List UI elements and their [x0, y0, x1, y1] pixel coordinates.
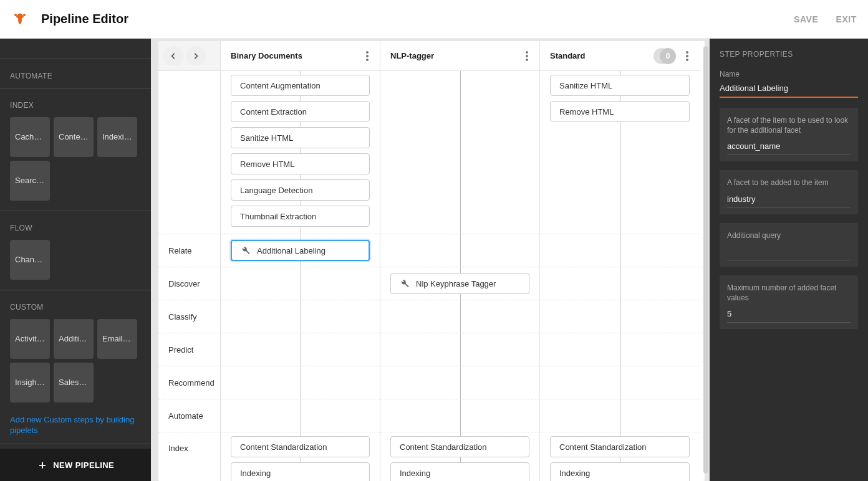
- workflow-row-index: Content StandardizationIndexing: [540, 432, 700, 481]
- workflow-row-relate: Additional Labeling: [221, 234, 380, 267]
- pipeline-step[interactable]: Additional Labeling: [231, 240, 370, 261]
- pipeline-step[interactable]: Sanitize HTML: [550, 75, 690, 96]
- workflow-row-automate: [221, 399, 380, 432]
- pipeline-step[interactable]: Sanitize HTML: [231, 127, 370, 148]
- chevron-right-icon: [191, 52, 200, 60]
- wrench-icon: [400, 279, 410, 288]
- chip-search-tagging[interactable]: Search Tagging and…: [10, 161, 50, 201]
- pipeline-step[interactable]: Remove HTML: [550, 101, 690, 122]
- workflow-title: NLP-tagger: [390, 51, 521, 60]
- svg-point-7: [526, 59, 528, 61]
- chip-content-standardization[interactable]: Content Standardization: [54, 117, 94, 157]
- workflow-badge: 0: [660, 48, 676, 64]
- chip-insights-generator[interactable]: Insights Generator: [10, 363, 50, 402]
- props-field-input[interactable]: [727, 245, 851, 260]
- row-label-automate: Automate: [158, 399, 220, 432]
- svg-point-4: [366, 59, 369, 61]
- row-label-discover: Discover: [158, 267, 220, 300]
- chip-cache-cleaning[interactable]: Cache Cleaning: [10, 117, 50, 157]
- sidebar-chips-index: Cache Cleaning Content Standardization I…: [0, 117, 151, 211]
- pipeline-step[interactable]: Indexing: [231, 462, 370, 481]
- pipeline-step[interactable]: Content Standardization: [550, 436, 690, 457]
- properties-panel: STEP PROPERTIES Name A facet of the item…: [710, 39, 868, 481]
- chip-change-pipeline[interactable]: Change Pipeline: [10, 240, 50, 280]
- workflow-title: Binary Documents: [231, 51, 361, 60]
- workflow-header: NLP-tagger: [380, 41, 539, 71]
- workflow-row-predict: [380, 333, 539, 366]
- props-field-label: A facet to be added to the item: [727, 178, 851, 188]
- row-label-classify: Classify: [158, 300, 220, 333]
- pipeline-step[interactable]: Thumbnail Extraction: [231, 206, 370, 227]
- workflow-body: Sanitize HTMLRemove HTMLContent Standard…: [540, 71, 700, 481]
- pipeline-step[interactable]: Nlp Keyphrase Tagger: [390, 273, 529, 294]
- workflow-row-recommend: [380, 366, 539, 399]
- workflow-row-index: Content StandardizationIndexing: [380, 432, 539, 481]
- workflow-row-recommend: [221, 366, 380, 399]
- workflow-row-classify: [380, 300, 539, 333]
- chip-sales-insights-generation[interactable]: Sales Insights Generation: [54, 363, 94, 402]
- workflow-row-discover: [221, 267, 380, 300]
- sidebar-section-flow: FLOW: [0, 211, 151, 240]
- workflow-menu-button[interactable]: [681, 47, 693, 65]
- pipeline-step[interactable]: Indexing: [390, 462, 529, 481]
- props-name-input[interactable]: [720, 81, 858, 98]
- save-button[interactable]: SAVE: [794, 14, 819, 24]
- workflow-row-predict: [540, 333, 700, 366]
- props-field-input[interactable]: [727, 193, 851, 208]
- props-field-input[interactable]: [727, 308, 851, 323]
- exit-button[interactable]: EXIT: [836, 14, 857, 24]
- workflow-row: [380, 71, 539, 234]
- svg-point-3: [366, 55, 369, 57]
- row-labels-column: Relate Discover Classify Predict Recomme…: [158, 41, 221, 481]
- props-field-input[interactable]: [727, 140, 851, 155]
- svg-point-8: [686, 51, 688, 54]
- pipeline-step[interactable]: Content Standardization: [231, 436, 370, 457]
- svg-point-2: [366, 51, 369, 54]
- build-pipelets-link[interactable]: Add new Custom steps by building pipelet…: [0, 412, 151, 444]
- sidebar-section-custom: CUSTOM: [0, 290, 151, 319]
- page-title: Pipeline Editor: [41, 12, 128, 26]
- workflow-title: Standard: [550, 51, 660, 60]
- props-field: A facet of the item to be used to look f…: [720, 108, 858, 161]
- props-name-label: Name: [720, 70, 858, 79]
- chip-additional-labeling[interactable]: Additional Labeling: [54, 319, 94, 359]
- workflow-column: NLP-taggerNlp Keyphrase TaggerContent St…: [380, 41, 540, 481]
- new-pipeline-button[interactable]: ＋ NEW PIPELINE: [0, 449, 151, 481]
- workflow-row-recommend: [540, 366, 700, 399]
- props-field-label: A facet of the item to be used to look f…: [727, 115, 851, 135]
- pipeline-canvas[interactable]: Relate Discover Classify Predict Recomme…: [151, 39, 710, 481]
- scrollbar[interactable]: [703, 46, 708, 474]
- workflow-row: Sanitize HTMLRemove HTML: [540, 71, 700, 234]
- row-label-recommend: Recommend: [158, 366, 220, 399]
- chip-email-parser[interactable]: Email Parser: [97, 319, 137, 359]
- pipeline-step[interactable]: Language Detection: [231, 179, 370, 201]
- scroll-left-button[interactable]: [163, 46, 183, 66]
- logo-icon: [11, 11, 29, 28]
- pipeline-step[interactable]: Remove HTML: [231, 153, 370, 174]
- props-field: A facet to be added to the item: [720, 170, 858, 214]
- svg-point-5: [526, 51, 528, 54]
- left-sidebar: AUTOMATE INDEX Cache Cleaning Content St…: [0, 39, 151, 481]
- workflow-menu-button[interactable]: [521, 47, 533, 65]
- row-label-relate: Relate: [158, 234, 220, 267]
- svg-point-0: [14, 13, 17, 16]
- chip-activity-tracking[interactable]: Activity Tracking: [10, 319, 50, 359]
- chip-indexing[interactable]: Indexing: [97, 117, 137, 157]
- wrench-icon: [241, 245, 251, 255]
- workflow-row-automate: [380, 399, 539, 432]
- workflow-row-classify: [221, 300, 380, 333]
- pipeline-step[interactable]: Content Augmentation: [231, 75, 370, 96]
- props-field-label: Maximum number of added facet values: [727, 283, 851, 303]
- pipeline-step[interactable]: Content Standardization: [390, 436, 529, 457]
- scroll-right-button[interactable]: [186, 46, 206, 66]
- workflow-header: Binary Documents: [221, 41, 380, 71]
- sidebar-chips-custom: Activity Tracking Additional Labeling Em…: [0, 319, 151, 412]
- workflow-menu-button[interactable]: [361, 47, 374, 65]
- workflow-row-index: Content StandardizationIndexing: [221, 432, 380, 481]
- pipeline-step[interactable]: Content Extraction: [231, 101, 370, 122]
- props-field-label: Additional query: [727, 231, 851, 240]
- svg-point-9: [686, 55, 688, 57]
- workflow-column: Binary DocumentsContent AugmentationCont…: [221, 41, 380, 481]
- pipeline-step[interactable]: Indexing: [550, 462, 690, 481]
- workflow-row: Content AugmentationContent ExtractionSa…: [221, 71, 380, 234]
